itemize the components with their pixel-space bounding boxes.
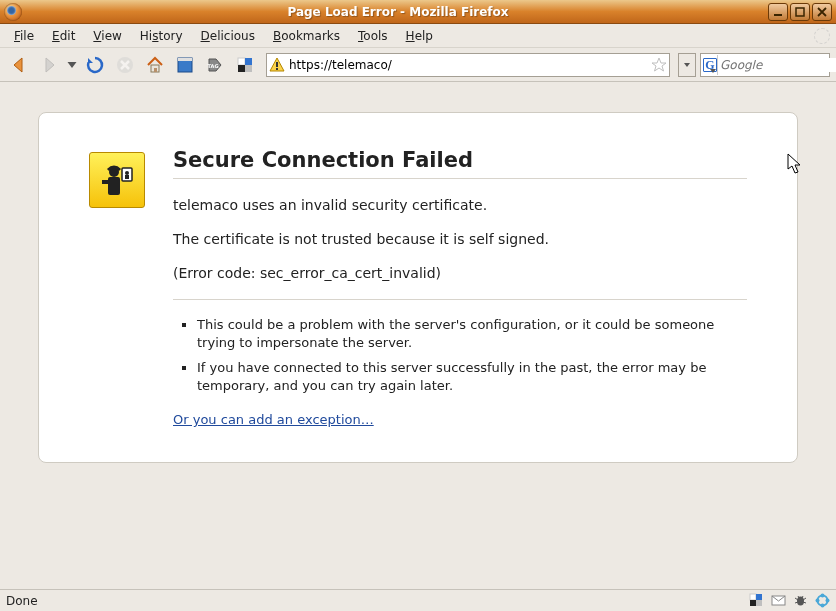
- svg-rect-23: [750, 600, 756, 606]
- search-bar[interactable]: G: [700, 53, 830, 77]
- home-button[interactable]: [142, 52, 168, 78]
- error-line-2: The certificate is not trusted because i…: [173, 231, 747, 247]
- svg-rect-10: [238, 65, 245, 72]
- maximize-button[interactable]: [790, 3, 810, 21]
- svg-point-29: [825, 599, 829, 603]
- minimize-button[interactable]: [768, 3, 788, 21]
- back-button[interactable]: [6, 52, 32, 78]
- svg-point-28: [820, 594, 824, 598]
- svg-point-30: [820, 604, 824, 608]
- error-page-card: Secure Connection Failed telemaco uses a…: [38, 112, 798, 463]
- svg-rect-6: [178, 58, 192, 61]
- menu-file[interactable]: File: [6, 27, 42, 45]
- bug-status-icon[interactable]: [792, 593, 808, 609]
- navigation-toolbar: TAG G: [0, 48, 836, 82]
- menu-tools[interactable]: Tools: [350, 27, 396, 45]
- svg-rect-22: [756, 594, 762, 600]
- svg-rect-21: [750, 594, 756, 600]
- error-code: (Error code: sec_error_ca_cert_invalid): [173, 265, 747, 281]
- svg-rect-13: [276, 68, 278, 70]
- url-input[interactable]: [289, 58, 647, 72]
- svg-rect-20: [125, 175, 129, 179]
- error-heading: Secure Connection Failed: [173, 148, 747, 179]
- svg-point-19: [125, 171, 129, 175]
- window-titlebar: Page Load Error - Mozilla Firefox: [0, 0, 836, 24]
- error-hint-1: This could be a problem with the server'…: [197, 316, 747, 351]
- svg-rect-9: [245, 58, 252, 65]
- delicious-status-icon[interactable]: [748, 593, 764, 609]
- menu-edit[interactable]: Edit: [44, 27, 83, 45]
- svg-point-26: [797, 597, 804, 606]
- url-bar[interactable]: [266, 53, 670, 77]
- reload-button[interactable]: [82, 52, 108, 78]
- search-engine-selector[interactable]: G: [703, 55, 718, 75]
- menu-view[interactable]: View: [85, 27, 129, 45]
- status-bar: Done: [0, 589, 836, 611]
- status-icons: [748, 593, 830, 609]
- close-button[interactable]: [812, 3, 832, 21]
- tag-button[interactable]: TAG: [202, 52, 228, 78]
- bookmark-star-icon[interactable]: [651, 57, 667, 73]
- throbber-icon: [814, 28, 830, 44]
- extension-status-icon[interactable]: [814, 593, 830, 609]
- menu-delicious[interactable]: Delicious: [193, 27, 263, 45]
- error-body: Secure Connection Failed telemaco uses a…: [173, 148, 747, 427]
- window-title: Page Load Error - Mozilla Firefox: [28, 5, 768, 19]
- bookmarks-sidebar-button[interactable]: [172, 52, 198, 78]
- menu-bookmarks[interactable]: Bookmarks: [265, 27, 348, 45]
- error-hint-2: If you have connected to this server suc…: [197, 359, 747, 394]
- history-dropdown[interactable]: [66, 59, 78, 71]
- svg-rect-11: [245, 65, 252, 72]
- svg-rect-0: [774, 14, 782, 16]
- firefox-icon: [4, 3, 22, 21]
- divider: [173, 299, 747, 300]
- svg-point-31: [815, 599, 819, 603]
- page-content: Secure Connection Failed telemaco uses a…: [0, 82, 836, 589]
- warning-icon: [269, 57, 285, 73]
- delicious-button[interactable]: [232, 52, 258, 78]
- svg-rect-12: [276, 62, 278, 67]
- svg-text:TAG: TAG: [208, 63, 219, 69]
- svg-rect-17: [102, 180, 108, 184]
- menu-history[interactable]: History: [132, 27, 191, 45]
- svg-rect-24: [756, 600, 762, 606]
- error-line-1: telemaco uses an invalid security certif…: [173, 197, 747, 213]
- stop-button[interactable]: [112, 52, 138, 78]
- security-officer-icon: [89, 152, 145, 208]
- svg-rect-1: [796, 8, 804, 16]
- menu-help[interactable]: Help: [398, 27, 441, 45]
- svg-rect-8: [238, 58, 245, 65]
- search-input[interactable]: [720, 58, 836, 72]
- add-exception-link[interactable]: Or you can add an exception…: [173, 412, 374, 427]
- forward-button[interactable]: [36, 52, 62, 78]
- svg-rect-4: [154, 68, 157, 72]
- error-hints: This could be a problem with the server'…: [173, 316, 747, 394]
- mail-status-icon[interactable]: [770, 593, 786, 609]
- url-history-dropdown[interactable]: [678, 53, 696, 77]
- menubar: File Edit View History Delicious Bookmar…: [0, 24, 836, 48]
- window-buttons: [768, 3, 832, 21]
- status-text: Done: [6, 594, 38, 608]
- svg-rect-16: [108, 177, 120, 195]
